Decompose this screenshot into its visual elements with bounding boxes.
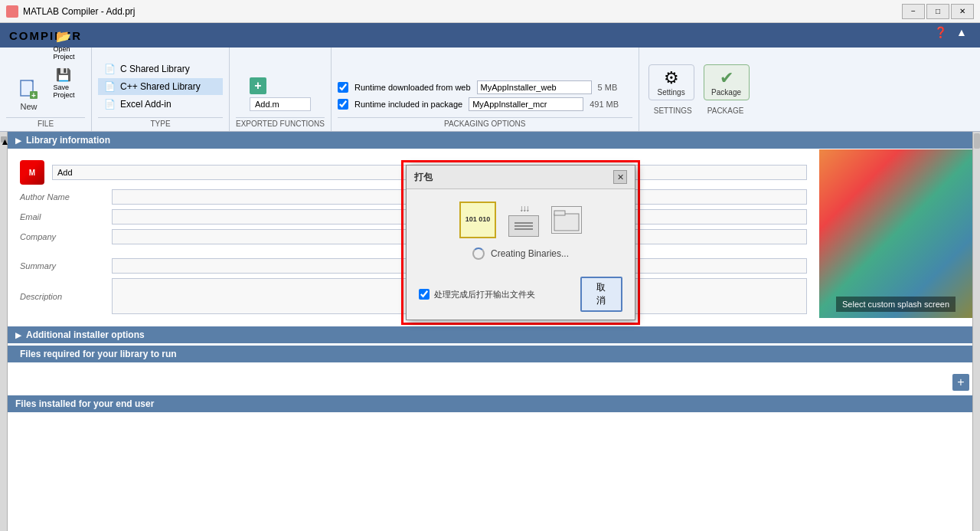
dialog-wrapper: 打包 ✕ 101 010 ↓↓↓ — [401, 160, 640, 325]
ribbon-group-exported: + Add.m EXPORTED FUNCTIONS — [230, 48, 332, 131]
exported-tab[interactable]: Add.m — [250, 97, 311, 111]
dialog-icons-row: 101 010 ↓↓↓ — [459, 202, 582, 238]
add-function-button[interactable]: + — [250, 77, 266, 94]
project-name-input[interactable] — [52, 165, 426, 180]
folder-icon — [551, 206, 582, 234]
archive-line-2 — [514, 225, 533, 227]
dialog-red-border: 打包 ✕ 101 010 ↓↓↓ — [401, 160, 640, 325]
runtime-mcr-label: Runtime included in package — [354, 100, 462, 109]
archive-line-3 — [514, 228, 533, 230]
type-c-shared[interactable]: 📄 C Shared Library — [98, 61, 223, 77]
library-info-section[interactable]: ▶ Library information — [8, 132, 972, 149]
additional-options-section[interactable]: ▶ Additional installer options — [8, 326, 972, 343]
dialog-close-button[interactable]: ✕ — [613, 170, 627, 184]
files-library-title: Files required for your library to run — [20, 349, 177, 359]
runtime-web-label: Runtime downloaded from web — [354, 83, 471, 92]
title-bar-left: MATLAB Compiler - Add.prj — [6, 5, 136, 18]
minimize-button[interactable]: − — [902, 4, 925, 19]
dialog-title: 打包 — [414, 171, 433, 184]
left-scrollbar[interactable]: ▲ — [0, 132, 8, 531]
open-button[interactable]: 📂 OpenProject — [48, 25, 79, 62]
files-enduser-title: Files installed for your end user — [15, 398, 154, 409]
packaging-row-mcr: Runtime included in package 491 MB — [338, 97, 632, 111]
exported-group-label: EXPORTED FUNCTIONS — [236, 117, 325, 128]
dialog-status: Creating Binaries... — [491, 248, 569, 259]
file-group-label: FILE — [6, 117, 85, 128]
runtime-web-size: 5 MB — [598, 83, 632, 92]
runtime-mcr-filename[interactable] — [469, 97, 583, 111]
open-icon: 📂 — [54, 27, 73, 45]
new-label: New — [20, 102, 37, 111]
files-library-content: + — [8, 363, 972, 394]
scrollbar-up-arrow: ▲ — [1, 136, 7, 143]
svg-rect-4 — [554, 214, 579, 231]
dialog-body: 101 010 ↓↓↓ — [407, 189, 635, 272]
runtime-mcr-checkbox[interactable] — [338, 99, 348, 110]
ribbon-toolbar-icons: ❓ ▲ — [931, 23, 971, 48]
type-cpp-shared[interactable]: 📄 C++ Shared Library — [98, 78, 223, 95]
settings-section-label: SETTINGS — [654, 107, 692, 115]
new-button[interactable]: + New — [11, 74, 45, 114]
title-bar: MATLAB Compiler - Add.prj − □ ✕ — [0, 0, 980, 23]
cancel-button[interactable]: 取消 — [580, 277, 622, 312]
titlebar-controls: − □ ✕ — [902, 4, 974, 19]
type-excel-icon: 📄 — [104, 99, 116, 110]
open-output-checkbox[interactable] — [419, 289, 430, 300]
checkbox-row: 处理完成后打开输出文件夹 — [419, 289, 580, 300]
files-enduser-section[interactable]: Files installed for your end user — [8, 395, 972, 412]
settings-small-icon[interactable]: ▲ — [952, 23, 971, 41]
package-section-label: PACKAGE — [707, 107, 744, 115]
email-label: Email — [20, 212, 112, 221]
archive-lines — [514, 222, 533, 230]
spinner-row: Creating Binaries... — [472, 247, 569, 260]
right-scrollbar[interactable] — [972, 132, 980, 531]
save-icon: 💾 — [54, 65, 73, 84]
window-title: MATLAB Compiler - Add.prj — [23, 6, 136, 17]
ribbon-content: + New 📂 OpenProject 💾 SaveProject FILE — [0, 48, 980, 132]
splash-area[interactable]: Select custom splash screen — [819, 149, 972, 318]
section-arrow: ▶ — [15, 136, 21, 145]
splash-text: Select custom splash screen — [836, 297, 956, 312]
dialog-footer-row: 处理完成后打开输出文件夹 取消 — [407, 272, 635, 320]
package-label: Package — [711, 88, 741, 97]
files-library-section[interactable]: Files required for your library to run — [8, 346, 972, 362]
loading-spinner — [472, 247, 485, 260]
ribbon-group-packaging: Runtime downloaded from web 5 MB Runtime… — [332, 48, 639, 131]
save-button[interactable]: 💾 SaveProject — [48, 64, 79, 100]
settings-package-group: ⚙ Settings ✔ Package SETTINGS PACKAGE — [639, 48, 759, 131]
settings-button[interactable]: ⚙ Settings — [648, 64, 694, 100]
down-arrows: ↓↓↓ — [519, 203, 528, 214]
open-label: OpenProject — [53, 45, 74, 61]
type-cpp-icon: 📄 — [104, 81, 116, 92]
new-icon: + — [16, 77, 41, 102]
dialog-titlebar: 打包 ✕ — [407, 166, 635, 189]
package-button[interactable]: ✔ Package — [704, 64, 750, 100]
binary-icon: 101 010 — [459, 202, 496, 238]
settings-label: Settings — [658, 88, 685, 97]
runtime-web-checkbox[interactable] — [338, 82, 348, 93]
type-cpp-label: C++ Shared Library — [120, 81, 201, 92]
runtime-web-filename[interactable] — [477, 80, 592, 94]
company-label: Company — [20, 232, 112, 241]
packaging-dialog: 打包 ✕ 101 010 ↓↓↓ — [406, 165, 635, 320]
additional-arrow: ▶ — [15, 331, 21, 339]
add-files-button[interactable]: + — [952, 374, 969, 391]
help-icon[interactable]: ❓ — [931, 23, 949, 41]
type-group-label: TYPE — [98, 117, 223, 128]
binary-text: 101 010 — [466, 215, 491, 225]
type-excel[interactable]: 📄 Excel Add-in — [98, 96, 223, 113]
close-button[interactable]: ✕ — [951, 4, 974, 19]
library-info-title: Library information — [26, 135, 110, 146]
archive-box — [508, 215, 539, 237]
packaging-row-web: Runtime downloaded from web 5 MB — [338, 80, 632, 94]
additional-title: Additional installer options — [26, 329, 145, 340]
scrollbar-thumb — [974, 133, 980, 149]
description-label: Description — [20, 292, 112, 301]
packaging-group-label: PACKAGING OPTIONS — [338, 117, 632, 128]
matlab-icon — [6, 5, 18, 18]
type-c-icon: 📄 — [104, 64, 116, 74]
maximize-button[interactable]: □ — [926, 4, 949, 19]
checkbox-label: 处理完成后打开输出文件夹 — [434, 289, 535, 300]
archive-icon: ↓↓↓ — [508, 203, 539, 237]
type-excel-label: Excel Add-in — [120, 99, 172, 110]
